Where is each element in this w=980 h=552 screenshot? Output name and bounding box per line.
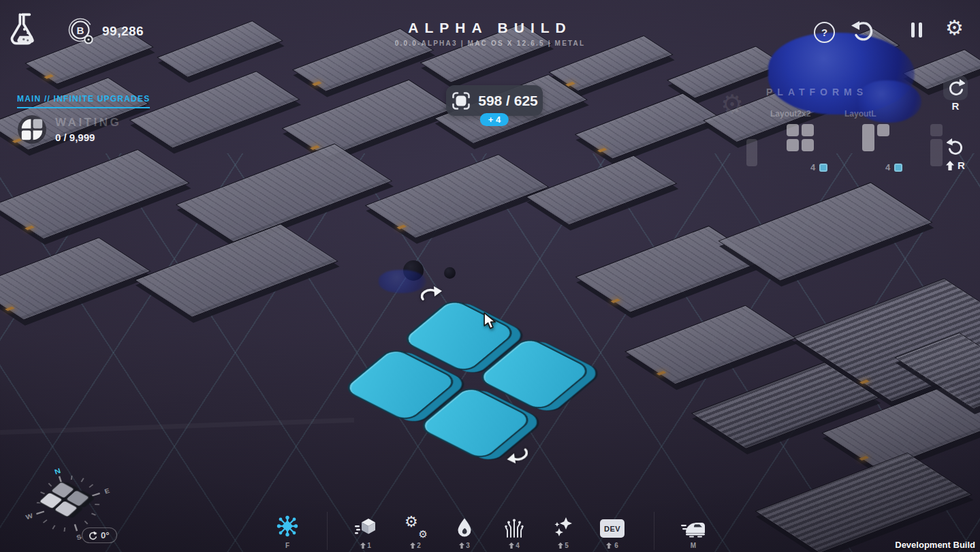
shift-arrow-icon bbox=[558, 542, 563, 549]
train-icon bbox=[680, 519, 706, 538]
scene-dim-overlay bbox=[0, 0, 980, 552]
gears-icon: ⚙⚙ bbox=[405, 516, 426, 538]
platform-delta-pill: + 4 bbox=[480, 113, 509, 126]
development-build-label: Development Build bbox=[895, 540, 975, 550]
layout-2x2-icon[interactable] bbox=[787, 124, 814, 151]
rotate-cw-icon bbox=[946, 78, 965, 97]
mouse-cursor bbox=[482, 312, 499, 330]
rotate-cw-button[interactable] bbox=[943, 76, 968, 100]
shift-arrow-icon bbox=[946, 161, 954, 170]
toolbar-item-shapes[interactable]: 1 bbox=[349, 513, 382, 550]
sparkles-icon bbox=[552, 516, 574, 538]
compass-angle: 0° bbox=[101, 530, 109, 540]
toolbar-item-fluids[interactable]: 3 bbox=[448, 513, 481, 550]
objective-status: WAITING bbox=[55, 116, 121, 129]
toolbar-item-machines[interactable]: ⚙⚙ 2 bbox=[399, 513, 432, 550]
compass-north: N bbox=[54, 467, 62, 476]
build-subtitle: 0.0.0-ALPHA3 | MAC OS X 12.6.5 | METAL bbox=[0, 40, 980, 47]
toolbar-item-dev[interactable]: DEV 6 bbox=[596, 513, 629, 550]
toolbar-item-effects[interactable]: 5 bbox=[547, 513, 580, 550]
layout-count: 4 bbox=[885, 162, 902, 172]
objective-track: MAIN // INFINITE UPGRADES bbox=[17, 94, 150, 108]
build-toolbar: F 1 ⚙⚙ bbox=[271, 512, 710, 552]
layout-item-name: LayoutL bbox=[844, 109, 876, 119]
rotate-hint-icon bbox=[418, 285, 448, 305]
platform-cost-icon bbox=[894, 164, 902, 172]
objective-progress: 0 / 9,999 bbox=[55, 132, 121, 143]
layout-partial-icon bbox=[930, 124, 943, 136]
layout-l-icon[interactable] bbox=[862, 124, 889, 151]
shift-arrow-icon bbox=[606, 542, 612, 549]
game-viewport: B 99,286 ALPHA BUILD 0.0.0-ALPHA3 | MAC … bbox=[0, 0, 980, 552]
toolbar-separator bbox=[327, 512, 328, 550]
platforms-panel-title: PLATFORMS bbox=[766, 87, 868, 97]
dev-icon: DEV bbox=[600, 519, 625, 538]
compass-angle-chip[interactable]: 0° bbox=[82, 527, 117, 543]
help-button[interactable]: ? bbox=[814, 22, 835, 43]
rotate-ccw-hotkey: R bbox=[941, 159, 970, 171]
toolbar-item-trains[interactable]: M bbox=[677, 513, 710, 550]
shift-arrow-icon bbox=[509, 542, 514, 549]
shift-arrow-icon bbox=[410, 542, 415, 549]
toolbar-separator bbox=[654, 512, 654, 550]
layout-count: 4 bbox=[810, 162, 827, 172]
platform-count: 598 / 625 bbox=[478, 93, 538, 109]
toolbar-item-wires[interactable]: 4 bbox=[498, 513, 531, 550]
platform-icon bbox=[451, 91, 471, 111]
undo-button[interactable] bbox=[849, 20, 875, 44]
layout-partial-icon bbox=[746, 139, 757, 166]
network-hub-icon bbox=[276, 515, 299, 538]
platform-cost-icon bbox=[819, 164, 827, 172]
compass-east: E bbox=[104, 487, 110, 495]
pause-button[interactable] bbox=[911, 22, 922, 37]
compass-west: W bbox=[25, 512, 33, 521]
help-label: ? bbox=[821, 27, 827, 38]
shift-arrow-icon bbox=[459, 542, 464, 549]
layout-item-name: Layout2x2 bbox=[770, 109, 810, 119]
settings-gear-icon[interactable]: ⚙ bbox=[945, 18, 964, 38]
rotate-ccw-icon bbox=[947, 138, 966, 157]
wires-icon bbox=[504, 517, 524, 538]
rotate-hint-icon bbox=[500, 443, 531, 466]
toolbar-item-factory[interactable]: F bbox=[271, 513, 304, 550]
platforms-prev-item-gear-icon: ⚙ bbox=[721, 91, 744, 117]
rotate-angle-icon bbox=[88, 531, 97, 540]
shift-arrow-icon bbox=[360, 542, 366, 549]
cube-icon bbox=[355, 517, 377, 538]
objective-panel[interactable]: MAIN // INFINITE UPGRADES WAITING 0 / 9,… bbox=[17, 94, 150, 144]
rotate-ccw-button[interactable] bbox=[945, 138, 967, 157]
platform-counter-badge: 598 / 625 + 4 bbox=[446, 85, 543, 116]
shape-goal-icon bbox=[17, 114, 47, 144]
rotate-cw-hotkey: R bbox=[943, 100, 968, 112]
drop-icon bbox=[456, 517, 473, 538]
